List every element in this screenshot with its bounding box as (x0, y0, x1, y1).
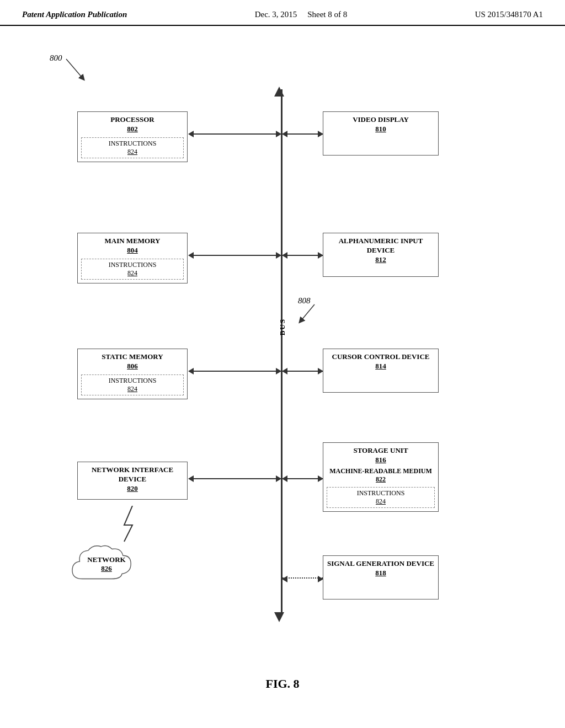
video-display-number: 810 (375, 125, 386, 133)
signal-generation-box: SIGNAL GENERATION DEVICE 818 (323, 555, 439, 599)
bus-arrow-down (274, 612, 284, 622)
network-cloud-label: NETWORK 826 (71, 555, 142, 573)
main-memory-title: MAIN MEMORY 804 (78, 233, 187, 256)
network-interface-number: 820 (127, 484, 138, 493)
svg-line-0 (66, 59, 83, 78)
bus-signal-arrow (282, 577, 323, 579)
storage-instructions: INSTRUCTIONS 824 (327, 487, 435, 508)
static-memory-instructions-number: 824 (127, 385, 137, 393)
network-interface-bus-arrow (189, 478, 281, 479)
label-808-arrow (298, 302, 331, 329)
main-memory-number: 804 (127, 246, 138, 254)
processor-title: PROCESSOR 802 (78, 112, 187, 135)
video-display-box: VIDEO DISPLAY 810 (323, 111, 439, 156)
bus-storage-arrow (282, 478, 323, 479)
static-memory-number: 806 (127, 362, 138, 370)
bus-alphanumeric-arrow (282, 255, 323, 256)
network-interface-box: NETWORK INTERFACE DEVICE 820 (77, 462, 188, 500)
page-header: Patent Application Publication Dec. 3, 2… (0, 0, 565, 26)
static-memory-instructions: INSTRUCTIONS 824 (81, 374, 184, 395)
bus-cursor-arrow (282, 371, 323, 372)
bus-video-arrow (282, 133, 323, 135)
signal-generation-number: 818 (375, 569, 386, 577)
header-patent-number: US 2015/348170 A1 (475, 10, 543, 19)
processor-box: PROCESSOR 802 INSTRUCTIONS 824 (77, 111, 188, 162)
processor-instructions-number: 824 (127, 148, 137, 156)
bus-label: BUS (278, 318, 287, 335)
cursor-control-number: 814 (375, 362, 386, 370)
alphanumeric-title: ALPHANUMERIC INPUT DEVICE 812 (323, 233, 438, 266)
processor-instructions: INSTRUCTIONS 824 (81, 137, 184, 158)
static-memory-bus-arrow (189, 371, 281, 372)
network-number: 826 (101, 564, 112, 572)
diagram-area: 800 BUS 808 PROCESSOR 802 INSTRUCTIONS (0, 26, 565, 671)
storage-instructions-number: 824 (376, 497, 386, 505)
main-memory-instructions-number: 824 (127, 269, 137, 277)
processor-bus-arrow (189, 133, 281, 135)
figure-label: FIG. 8 (0, 677, 565, 702)
alphanumeric-box: ALPHANUMERIC INPUT DEVICE 812 (323, 233, 439, 277)
processor-number: 802 (127, 125, 138, 133)
alphanumeric-number: 812 (375, 255, 386, 264)
video-display-title: VIDEO DISPLAY 810 (323, 112, 438, 135)
network-interface-title: NETWORK INTERFACE DEVICE 820 (78, 462, 187, 495)
bus-arrow-up (274, 87, 284, 97)
bus-line (281, 89, 282, 613)
main-memory-instructions: INSTRUCTIONS 824 (81, 259, 184, 280)
cursor-control-title: CURSOR CONTROL DEVICE 814 (323, 349, 438, 372)
main-memory-bus-arrow (189, 255, 281, 256)
storage-unit-box: STORAGE UNIT 816 MACHINE-READABLE MEDIUM… (323, 442, 439, 512)
label-800-arrow (50, 56, 94, 89)
header-date: Dec. 3, 2015 (255, 10, 297, 19)
storage-unit-number: 816 (375, 456, 386, 464)
header-sheet: Sheet 8 of 8 (307, 10, 347, 19)
main-memory-box: MAIN MEMORY 804 INSTRUCTIONS 824 (77, 233, 188, 283)
static-memory-title: STATIC MEMORY 806 (78, 349, 187, 372)
svg-line-1 (301, 304, 315, 321)
storage-machine-readable: MACHINE-READABLE MEDIUM 822 (323, 466, 438, 485)
storage-unit-title: STORAGE UNIT 816 (323, 443, 438, 466)
cursor-control-box: CURSOR CONTROL DEVICE 814 (323, 349, 439, 393)
header-date-sheet: Dec. 3, 2015 Sheet 8 of 8 (255, 10, 347, 19)
static-memory-box: STATIC MEMORY 806 INSTRUCTIONS 824 (77, 349, 188, 399)
lightning-connection (121, 506, 143, 544)
header-publication-type: Patent Application Publication (22, 10, 127, 19)
signal-generation-title: SIGNAL GENERATION DEVICE 818 (323, 556, 438, 579)
